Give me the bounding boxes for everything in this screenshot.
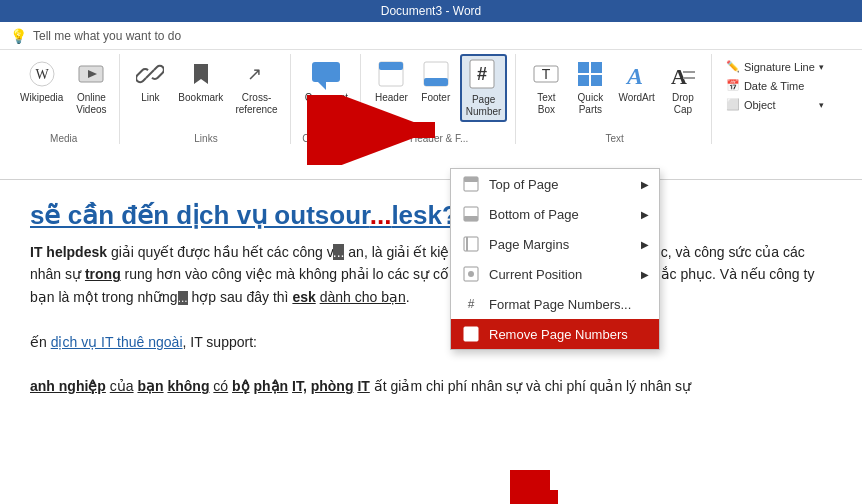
quick-parts-icon bbox=[574, 58, 606, 90]
document-body: IT helpdesk giải quyết được hầu hết các … bbox=[30, 241, 832, 398]
wordart-label: WordArt bbox=[618, 92, 655, 104]
cross-reference-icon: ↗ bbox=[241, 58, 273, 90]
bookmark-icon bbox=[185, 58, 217, 90]
svg-rect-26 bbox=[464, 177, 478, 182]
svg-rect-17 bbox=[591, 62, 602, 73]
svg-text:↗: ↗ bbox=[247, 64, 262, 84]
top-of-page-item[interactable]: Top of Page ▶ bbox=[451, 169, 659, 199]
bookmark-label: Bookmark bbox=[178, 92, 223, 104]
bookmark-button[interactable]: Bookmark bbox=[174, 54, 227, 106]
text-box-button[interactable]: T Text Box bbox=[526, 54, 566, 118]
top-of-page-icon bbox=[461, 174, 481, 194]
svg-rect-6 bbox=[312, 62, 340, 82]
page-margins-item[interactable]: Page Margins ▶ bbox=[451, 229, 659, 259]
svg-text:A: A bbox=[625, 63, 643, 88]
svg-text:#: # bbox=[477, 64, 487, 84]
signature-line-arrow: ▾ bbox=[819, 62, 824, 72]
format-page-numbers-icon: # bbox=[461, 294, 481, 314]
drop-cap-button[interactable]: A Drop Cap bbox=[663, 54, 703, 118]
svg-text:W: W bbox=[35, 67, 49, 82]
comment-icon bbox=[310, 58, 342, 90]
format-page-numbers-item[interactable]: # Format Page Numbers... bbox=[451, 289, 659, 319]
date-time-label: Date & Time bbox=[744, 80, 805, 92]
signature-line-button[interactable]: ✏️ Signature Line ▾ bbox=[722, 58, 828, 75]
remove-page-numbers-item[interactable]: Remove Page Numbers bbox=[451, 319, 659, 349]
ribbon: W Wikipedia Online Videos Media bbox=[0, 50, 862, 180]
current-position-label: Current Position bbox=[489, 267, 582, 282]
tell-me-text: Tell me what you want to do bbox=[33, 29, 181, 43]
document-title: sẽ cần đến dịch vụ outsour...lesk? bbox=[30, 200, 832, 231]
cross-reference-button[interactable]: ↗ Cross- reference bbox=[231, 54, 281, 118]
arrow-right bbox=[305, 95, 455, 165]
page-number-button[interactable]: # Page Number bbox=[460, 54, 508, 122]
link-label: Link bbox=[141, 92, 159, 104]
date-time-icon: 📅 bbox=[726, 79, 740, 92]
page-number-icon: # bbox=[468, 60, 500, 92]
svg-rect-9 bbox=[379, 62, 403, 70]
top-of-page-arrow: ▶ bbox=[641, 179, 649, 190]
format-page-numbers-label: Format Page Numbers... bbox=[489, 297, 631, 312]
bottom-of-page-arrow: ▶ bbox=[641, 209, 649, 220]
current-position-arrow: ▶ bbox=[641, 269, 649, 280]
online-videos-button[interactable]: Online Videos bbox=[71, 54, 111, 118]
svg-line-4 bbox=[146, 70, 154, 78]
page-margins-icon bbox=[461, 234, 481, 254]
link-icon bbox=[134, 58, 166, 90]
page-number-label: Page Number bbox=[466, 94, 502, 118]
object-icon: ⬜ bbox=[726, 98, 740, 111]
group-links: Link Bookmark ↗ Cross- reference Links bbox=[122, 54, 290, 144]
signature-line-label: Signature Line bbox=[744, 61, 815, 73]
cross-reference-label: Cross- reference bbox=[235, 92, 277, 116]
current-position-item[interactable]: Current Position ▶ bbox=[451, 259, 659, 289]
page-number-dropdown: Top of Page ▶ Bottom of Page ▶ Page Marg… bbox=[450, 168, 660, 350]
links-group-label: Links bbox=[194, 131, 217, 144]
footer-icon bbox=[420, 58, 452, 90]
header-icon bbox=[375, 58, 407, 90]
text-group-label: Text bbox=[605, 131, 623, 144]
object-label: Object bbox=[744, 99, 776, 111]
wordart-button[interactable]: A WordArt bbox=[614, 54, 659, 106]
group-media: W Wikipedia Online Videos Media bbox=[8, 54, 120, 144]
svg-text:A: A bbox=[671, 64, 687, 88]
online-videos-icon bbox=[75, 58, 107, 90]
wordart-icon: A bbox=[621, 58, 653, 90]
lightbulb-icon: 💡 bbox=[10, 28, 27, 44]
svg-rect-19 bbox=[591, 75, 602, 86]
page-margins-arrow: ▶ bbox=[641, 239, 649, 250]
wikipedia-label: Wikipedia bbox=[20, 92, 63, 104]
remove-page-numbers-label: Remove Page Numbers bbox=[489, 327, 628, 342]
svg-rect-28 bbox=[464, 216, 478, 221]
wikipedia-icon: W bbox=[26, 58, 58, 90]
svg-point-32 bbox=[468, 271, 474, 277]
remove-page-numbers-icon bbox=[461, 324, 481, 344]
text-box-icon: T bbox=[530, 58, 562, 90]
quick-parts-label: Quick Parts bbox=[578, 92, 604, 116]
arrow-up bbox=[510, 470, 590, 504]
svg-rect-16 bbox=[578, 62, 589, 73]
top-of-page-label: Top of Page bbox=[489, 177, 558, 192]
bottom-of-page-icon bbox=[461, 204, 481, 224]
bottom-of-page-label: Bottom of Page bbox=[489, 207, 579, 222]
title-bar: Document3 - Word bbox=[0, 0, 862, 22]
svg-marker-7 bbox=[318, 82, 326, 90]
current-position-icon bbox=[461, 264, 481, 284]
link-button[interactable]: Link bbox=[130, 54, 170, 106]
object-arrow: ▾ bbox=[819, 100, 824, 110]
media-group-label: Media bbox=[50, 131, 77, 144]
tell-me-bar[interactable]: 💡 Tell me what you want to do bbox=[0, 22, 862, 50]
document-content: sẽ cần đến dịch vụ outsour...lesk? IT he… bbox=[0, 180, 862, 504]
signature-line-icon: ✏️ bbox=[726, 60, 740, 73]
online-videos-label: Online Videos bbox=[76, 92, 106, 116]
quick-parts-button[interactable]: Quick Parts bbox=[570, 54, 610, 118]
wikipedia-button[interactable]: W Wikipedia bbox=[16, 54, 67, 106]
page-margins-label: Page Margins bbox=[489, 237, 569, 252]
bottom-of-page-item[interactable]: Bottom of Page ▶ bbox=[451, 199, 659, 229]
drop-cap-icon: A bbox=[667, 58, 699, 90]
group-right: ✏️ Signature Line ▾ 📅 Date & Time ⬜ Obje… bbox=[714, 54, 836, 117]
date-time-button[interactable]: 📅 Date & Time bbox=[722, 77, 828, 94]
object-button[interactable]: ⬜ Object ▾ bbox=[722, 96, 828, 113]
svg-rect-33 bbox=[464, 327, 478, 341]
group-text: T Text Box Quick Parts A WordArt bbox=[518, 54, 712, 144]
svg-rect-18 bbox=[578, 75, 589, 86]
drop-cap-label: Drop Cap bbox=[672, 92, 694, 116]
